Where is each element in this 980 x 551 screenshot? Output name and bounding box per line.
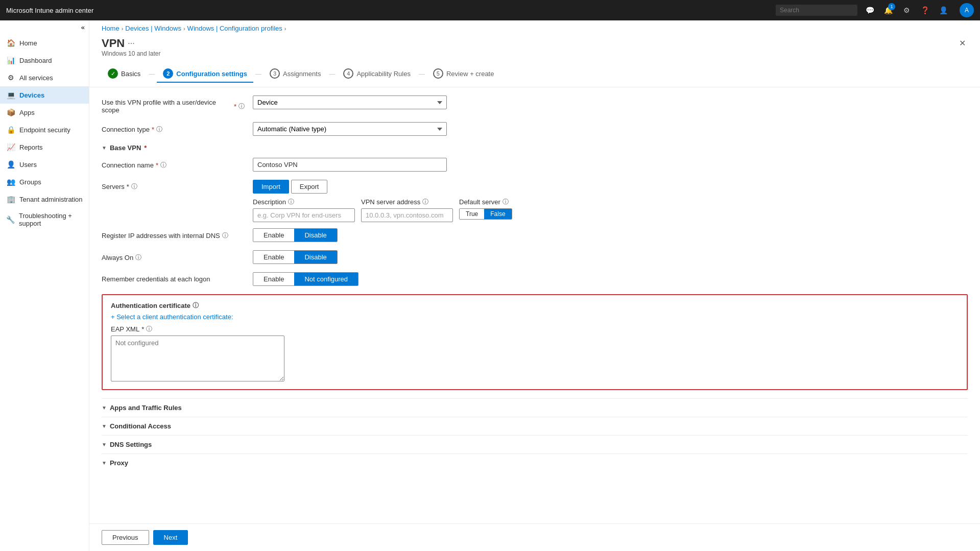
export-button[interactable]: Export (291, 180, 328, 194)
more-options-button[interactable]: ··· (125, 38, 137, 49)
register-ip-disable-btn[interactable]: Disable (294, 229, 337, 242)
user-icon[interactable]: 👤 (937, 4, 949, 16)
connection-name-row: Connection name * ⓘ (102, 158, 968, 172)
always-on-enable-btn[interactable]: Enable (253, 251, 294, 263)
sidebar: « 🏠 Home 📊 Dashboard ⚙ All services 💻 De… (0, 20, 89, 551)
breadcrumb-devices-windows[interactable]: Devices | Windows (125, 25, 181, 32)
notification-icon[interactable]: 🔔 1 (882, 4, 894, 16)
sidebar-item-users[interactable]: 👤 Users (0, 156, 89, 173)
sidebar-item-tenant-admin[interactable]: 🏢 Tenant administration (0, 190, 89, 208)
description-label: Description ⓘ (253, 198, 355, 206)
auth-cert-info-icon: ⓘ (193, 301, 199, 310)
sidebar-item-all-services[interactable]: ⚙ All services (0, 69, 89, 86)
help-icon[interactable]: ❓ (919, 4, 931, 16)
tab-applicability[interactable]: 4 Applicability Rules (337, 65, 417, 83)
search-input[interactable] (776, 5, 857, 16)
devices-icon: 💻 (6, 90, 15, 100)
tab-assignments[interactable]: 3 Assignments (264, 65, 327, 83)
register-ip-enable-btn[interactable]: Enable (253, 229, 294, 242)
default-server-label: Default server ⓘ (459, 198, 512, 206)
conditional-access-section[interactable]: ▼ Conditional Access (102, 417, 968, 435)
sidebar-label-users: Users (19, 161, 37, 169)
default-server-toggle: True False (459, 208, 512, 220)
always-on-disable-btn[interactable]: Disable (294, 251, 337, 263)
base-vpn-header[interactable]: ▼ Base VPN * (102, 144, 968, 152)
vpn-address-input[interactable] (361, 208, 453, 222)
sidebar-item-devices[interactable]: 💻 Devices (0, 86, 89, 104)
auth-cert-title: Authentication certificate ⓘ (111, 301, 959, 310)
apps-icon: 📦 (6, 108, 15, 117)
sidebar-item-apps[interactable]: 📦 Apps (0, 104, 89, 121)
vpn-scope-info-icon: ⓘ (238, 102, 245, 111)
remember-cred-enable-btn[interactable]: Enable (253, 273, 294, 285)
endpoint-security-icon: 🔒 (6, 125, 15, 134)
base-vpn-required: * (144, 144, 147, 152)
dns-settings-label: DNS Settings (110, 441, 152, 448)
breadcrumb-home[interactable]: Home (102, 25, 119, 32)
sidebar-item-dashboard[interactable]: 📊 Dashboard (0, 52, 89, 69)
connection-name-input[interactable] (253, 158, 447, 172)
conditional-access-header: ▼ Conditional Access (102, 422, 968, 430)
false-button[interactable]: False (484, 209, 511, 219)
register-ip-control: Enable Disable (253, 228, 968, 242)
breadcrumb-sep-3: › (284, 26, 286, 32)
sidebar-item-home[interactable]: 🏠 Home (0, 34, 89, 52)
description-input[interactable] (253, 208, 355, 222)
tab-assignments-label: Assignments (283, 70, 321, 78)
sidebar-item-endpoint-security[interactable]: 🔒 Endpoint security (0, 121, 89, 138)
remember-cred-not-configured-btn[interactable]: Not configured (294, 273, 358, 285)
apps-traffic-section[interactable]: ▼ Apps and Traffic Rules (102, 398, 968, 417)
tab-basics[interactable]: ✓ Basics (102, 65, 147, 83)
close-button[interactable]: ✕ (957, 36, 968, 50)
dns-settings-header: ▼ DNS Settings (102, 441, 968, 448)
dns-settings-section[interactable]: ▼ DNS Settings (102, 435, 968, 453)
sidebar-label-devices: Devices (19, 91, 44, 99)
servers-required: * (127, 183, 129, 190)
tab-assignments-circle: 3 (270, 68, 280, 79)
sidebar-label-apps: Apps (19, 109, 35, 116)
wizard-tabs: ✓ Basics — 2 Configuration settings — 3 … (89, 61, 980, 87)
next-button[interactable]: Next (153, 530, 188, 545)
true-button[interactable]: True (460, 209, 484, 219)
breadcrumb-config-profiles[interactable]: Windows | Configuration profiles (187, 25, 282, 32)
connection-name-control (253, 158, 968, 172)
base-vpn-label: Base VPN (110, 144, 141, 152)
tab-sep-3: — (329, 70, 335, 78)
proxy-section[interactable]: ▼ Proxy (102, 453, 968, 472)
vpn-scope-select[interactable]: Device User (253, 95, 447, 109)
vpn-address-field: VPN server address ⓘ (361, 198, 453, 222)
always-on-row: Always On ⓘ Enable Disable (102, 250, 968, 264)
tab-config[interactable]: 2 Configuration settings (157, 65, 253, 83)
previous-button[interactable]: Previous (102, 530, 149, 545)
connection-name-info-icon: ⓘ (160, 161, 166, 170)
topbar: Microsoft Intune admin center 💬 🔔 1 ⚙ ❓ … (0, 0, 980, 20)
page-title: VPN (102, 37, 125, 50)
sidebar-collapse-btn[interactable]: « (0, 20, 89, 34)
avatar[interactable]: A (960, 3, 974, 17)
proxy-header: ▼ Proxy (102, 459, 968, 467)
tab-review[interactable]: 5 Review + create (427, 65, 500, 83)
content-area: Home › Devices | Windows › Windows | Con… (89, 20, 980, 551)
eap-xml-input[interactable] (111, 336, 284, 381)
connection-type-control: Automatic (Native type) IKEv2 L2TP PPTP (253, 122, 968, 136)
settings-icon[interactable]: ⚙ (900, 4, 913, 16)
connection-type-info-icon: ⓘ (156, 125, 162, 134)
conditional-access-chevron: ▼ (102, 423, 107, 429)
vpn-address-info-icon: ⓘ (422, 198, 428, 206)
apps-traffic-header: ▼ Apps and Traffic Rules (102, 404, 968, 412)
always-on-info-icon: ⓘ (135, 253, 141, 262)
sidebar-label-all-services: All services (19, 74, 53, 82)
remember-cred-row: Remember credentials at each logon Enabl… (102, 272, 968, 286)
all-services-icon: ⚙ (6, 73, 15, 82)
sidebar-item-groups[interactable]: 👥 Groups (0, 173, 89, 190)
feedback-icon[interactable]: 💬 (864, 4, 876, 16)
connection-type-select[interactable]: Automatic (Native type) IKEv2 L2TP PPTP (253, 122, 447, 136)
sidebar-label-tenant-admin: Tenant administration (19, 196, 83, 203)
breadcrumb: Home › Devices | Windows › Windows | Con… (89, 20, 980, 36)
select-cert-link[interactable]: + Select a client authentication certifi… (111, 313, 959, 321)
sidebar-item-reports[interactable]: 📈 Reports (0, 138, 89, 156)
sidebar-item-troubleshoot[interactable]: 🔧 Troubleshooting + support (0, 208, 89, 231)
import-button[interactable]: Import (253, 180, 289, 194)
servers-buttons: Import Export (253, 180, 327, 194)
sidebar-label-groups: Groups (19, 178, 41, 186)
